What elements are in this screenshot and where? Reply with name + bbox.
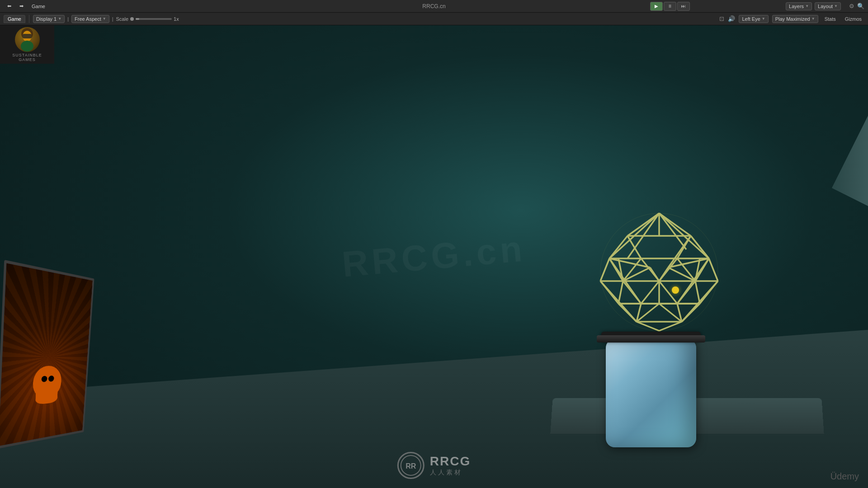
- cursor-dot: [672, 286, 679, 294]
- svg-line-34: [650, 267, 659, 281]
- logo-avatar: [15, 27, 40, 52]
- skull-shape: [27, 366, 66, 408]
- layout-arrow: ▼: [834, 4, 838, 8]
- layout-label: Layout: [818, 4, 833, 9]
- play-button[interactable]: ▶: [650, 2, 663, 11]
- scale-label: Scale: [116, 16, 128, 22]
- left-eye-arrow: ▼: [762, 17, 765, 21]
- svg-line-67: [682, 281, 718, 322]
- scale-slider-fill: [136, 18, 139, 20]
- left-eye-label: Left Eye: [742, 16, 760, 22]
- sphere-container: [591, 204, 727, 344]
- menu-file[interactable]: Game: [28, 3, 49, 10]
- separator-1: [29, 15, 29, 23]
- svg-line-61: [637, 322, 659, 331]
- scale-slider[interactable]: [136, 18, 172, 20]
- geodesic-sphere-svg: [591, 204, 727, 340]
- scale-value: 1x: [174, 16, 179, 22]
- svg-line-38: [618, 281, 623, 304]
- search-icon[interactable]: 🔍: [857, 3, 864, 9]
- aspect-label: Free Aspect: [75, 16, 101, 22]
- skull-eye-right: [48, 375, 54, 382]
- svg-line-19: [600, 258, 609, 281]
- svg-rect-2: [23, 34, 32, 38]
- frame-image: [0, 263, 93, 446]
- rrcg-main: RRCG: [430, 454, 471, 469]
- pedestal-body: [606, 339, 696, 447]
- stats-button[interactable]: Stats: [822, 15, 839, 23]
- svg-line-42: [641, 281, 659, 304]
- play-max-arrow: ▼: [811, 17, 815, 21]
- rrcg-logo: RR: [397, 452, 425, 479]
- scale-dot-icon[interactable]: [130, 17, 134, 21]
- right-controls: ▶ ⏸ ⏭ Layers ▼ Layout ▼ ⚙ 🔍: [650, 2, 864, 11]
- play-controls: ▶ ⏸ ⏭: [650, 2, 690, 11]
- svg-line-60: [659, 322, 682, 331]
- left-eye-dropdown[interactable]: Left Eye ▼: [739, 15, 768, 23]
- layout-dropdown[interactable]: Layout ▼: [815, 2, 841, 10]
- game-tab[interactable]: Game: [4, 15, 25, 23]
- frame-rays: [0, 263, 93, 446]
- svg-line-64: [659, 213, 686, 249]
- maximize-icon[interactable]: ⊡: [719, 15, 724, 22]
- svg-line-12: [691, 236, 709, 258]
- settings-icon[interactable]: ⚙: [849, 3, 854, 9]
- bottom-watermark: RR RRCG 人人素材: [397, 452, 471, 479]
- display-dropdown[interactable]: Display 1 ▼: [33, 15, 65, 23]
- svg-line-13: [609, 236, 627, 258]
- svg-text:RR: RR: [406, 462, 416, 470]
- svg-line-31: [668, 267, 695, 281]
- layers-label: Layers: [789, 4, 804, 9]
- logo-avatar-svg: [15, 27, 40, 52]
- svg-line-18: [709, 258, 718, 281]
- svg-point-3: [21, 41, 33, 52]
- window-title: RRCG.cn: [422, 3, 445, 9]
- layers-dropdown[interactable]: Layers ▼: [786, 2, 812, 10]
- top-logo: SUSTAINBLEGAMES: [0, 25, 54, 64]
- play-maximized-label: Play Maximized: [775, 16, 810, 22]
- forward-button[interactable]: ➡: [16, 2, 27, 10]
- aspect-arrow: ▼: [103, 17, 106, 21]
- play-maximized-dropdown[interactable]: Play Maximized ▼: [772, 15, 818, 23]
- rrcg-text-group: RRCG 人人素材: [430, 454, 471, 477]
- scene-frame: [0, 260, 94, 449]
- back-button[interactable]: ⬅: [4, 2, 15, 10]
- step-button[interactable]: ⏭: [677, 2, 690, 11]
- menu-items: ⬅ ➡ Game: [4, 2, 650, 10]
- layers-arrow: ▼: [805, 4, 809, 8]
- rrcg-logo-svg: RR: [400, 454, 422, 477]
- logo-text: SUSTAINBLEGAMES: [12, 53, 42, 62]
- audio-icon[interactable]: 🔊: [728, 15, 735, 22]
- display-label: Display 1: [36, 16, 57, 22]
- right-toolbar: ⊡ 🔊 Left Eye ▼ Play Maximized ▼ Stats Gi…: [719, 15, 864, 23]
- svg-line-33: [659, 267, 668, 281]
- top-menubar: ⬅ ➡ Game RRCG.cn ▶ ⏸ ⏭ Layers ▼ Layout ▼…: [0, 0, 868, 13]
- display-arrow: ▼: [58, 17, 61, 21]
- pause-button[interactable]: ⏸: [664, 2, 676, 11]
- skull-eye-left: [41, 376, 47, 382]
- gizmos-button[interactable]: Gizmos: [842, 15, 864, 23]
- aspect-dropdown[interactable]: Free Aspect ▼: [71, 15, 109, 23]
- udemy-mark: Üdemy: [830, 471, 859, 482]
- skull-jaw: [35, 391, 58, 405]
- rrcg-sub: 人人素材: [430, 469, 471, 477]
- game-toolbar: Game Display 1 ▼ | Free Aspect ▼ | Scale…: [0, 13, 868, 25]
- svg-line-37: [695, 281, 700, 304]
- game-view: RRCG.cn SUSTAINBLEGAMES: [0, 25, 868, 488]
- scale-control: Scale 1x: [116, 16, 179, 22]
- svg-line-68: [600, 281, 637, 322]
- svg-line-32: [623, 267, 650, 281]
